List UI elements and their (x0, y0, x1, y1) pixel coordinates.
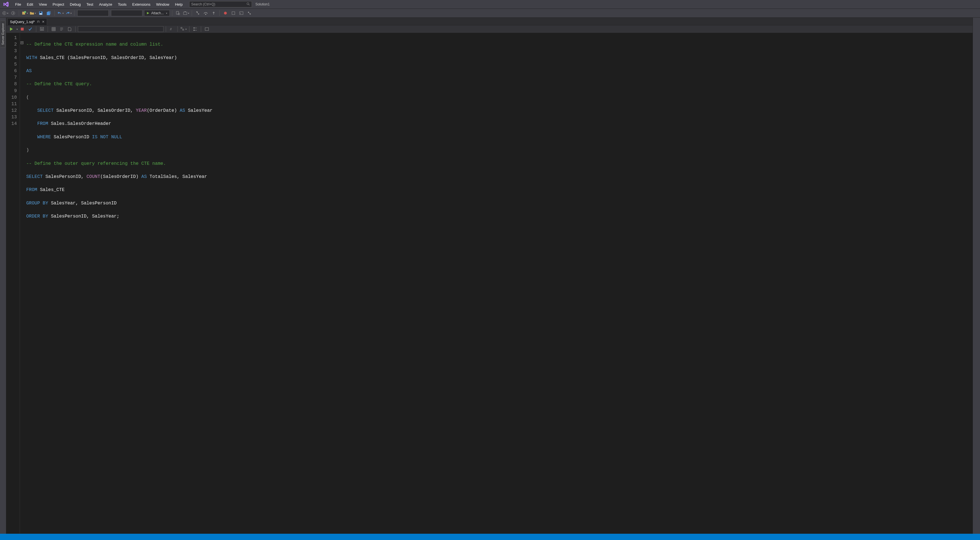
line-number: 1 (6, 35, 17, 41)
svg-rect-8 (176, 11, 178, 14)
results-grid-button[interactable] (50, 25, 57, 32)
database-dropdown[interactable] (78, 26, 164, 32)
svg-rect-20 (21, 28, 24, 30)
document-tab[interactable]: SqlQuery_1.sql* ⊓ ✕ (7, 18, 47, 25)
line-number: 11 (6, 101, 17, 108)
svg-rect-24 (52, 27, 55, 31)
include-plan-button[interactable] (38, 25, 45, 32)
toolbar-separator (192, 10, 192, 16)
execute-dropdown-icon[interactable]: ▾ (16, 28, 18, 30)
svg-point-3 (11, 11, 15, 15)
step-out-button[interactable] (210, 10, 217, 16)
menu-test[interactable]: Test (84, 1, 96, 8)
parse-button[interactable] (27, 25, 33, 32)
menu-help[interactable]: Help (172, 1, 185, 8)
indent-button[interactable]: ▾ (180, 25, 187, 32)
menu-debug[interactable]: Debug (67, 1, 83, 8)
svg-point-0 (247, 3, 249, 5)
code-token: YEAR (136, 108, 146, 113)
sqlcmd-button[interactable] (204, 25, 210, 32)
new-project-button[interactable]: ▾ (21, 10, 28, 16)
results-text-button[interactable] (58, 25, 65, 32)
quick-launch-search[interactable]: Search (Ctrl+Q) (189, 1, 252, 7)
svg-rect-5 (24, 11, 26, 13)
code-token: -- Define the outer query referencing th… (26, 161, 166, 166)
undo-button[interactable]: ▾ (57, 10, 64, 16)
code-token: (SalesPersonID, SalesOrderID, SalesYear) (67, 55, 177, 60)
code-editor[interactable]: 1 2 3 4 5 6 7 8 9 10 11 12 13 14 (6, 33, 973, 534)
svg-rect-33 (181, 27, 182, 29)
code-token: ( (26, 95, 29, 100)
menu-file[interactable]: File (13, 1, 24, 8)
results-file-button[interactable] (66, 25, 73, 32)
menu-edit[interactable]: Edit (24, 1, 36, 8)
toolbar-separator (201, 26, 201, 32)
toolbar-separator (189, 26, 189, 32)
save-all-button[interactable] (45, 10, 52, 16)
comment-button[interactable]: // (168, 25, 175, 32)
toolbox-button[interactable]: ▾ (183, 10, 189, 16)
outline-button[interactable] (192, 25, 199, 32)
toolbar-separator (74, 10, 75, 16)
code-token: IS NOT NULL (92, 135, 122, 140)
code-token: AS (177, 108, 188, 113)
find-in-files-button[interactable] (175, 10, 181, 16)
save-button[interactable] (37, 10, 44, 16)
code-token: Sales.SalesOrderHeader (48, 121, 111, 126)
line-number: 7 (6, 75, 17, 81)
fold-toggle-icon[interactable]: − (21, 41, 23, 44)
search-placeholder: Search (Ctrl+Q) (191, 2, 215, 6)
redo-button[interactable]: ▾ (65, 10, 72, 16)
solution-platform-dropdown[interactable] (111, 10, 142, 16)
menu-project[interactable]: Project (50, 1, 67, 8)
vs-logo-icon (3, 1, 9, 7)
open-file-button[interactable]: ▾ (29, 10, 36, 16)
line-number: 6 (6, 68, 17, 75)
step-into-button[interactable] (194, 10, 201, 16)
right-dock (973, 17, 980, 534)
toolbar-separator (48, 26, 48, 32)
code-folding-margin: − (20, 33, 24, 534)
menu-analyze[interactable]: Analyze (96, 1, 115, 8)
toolbar-separator (36, 26, 36, 32)
nav-forward-button[interactable] (10, 10, 16, 16)
code-token: WITH (26, 55, 37, 60)
code-token: WHERE (37, 135, 51, 140)
menu-view[interactable]: View (36, 1, 49, 8)
solution-config-dropdown[interactable] (77, 10, 109, 16)
menu-window[interactable]: Window (153, 1, 172, 8)
attach-debugger-button[interactable]: Attach... ▾ (144, 10, 170, 16)
search-icon (247, 2, 250, 6)
code-token: FROM (37, 121, 48, 126)
stop-button[interactable] (19, 25, 25, 32)
immediate-window-button[interactable] (238, 10, 245, 16)
close-tab-icon[interactable]: ✕ (42, 20, 45, 24)
menu-extensions[interactable]: Extensions (130, 1, 153, 8)
svg-rect-34 (183, 29, 184, 30)
code-token: SalesYear (188, 108, 213, 113)
code-token: SalesPersonID, SalesYear; (48, 214, 119, 219)
line-number-gutter: 1 2 3 4 5 6 7 8 9 10 11 12 13 14 (6, 33, 20, 534)
sql-editor-toolbar: ▾ // ▾ (6, 25, 973, 33)
code-token: SELECT (37, 108, 54, 113)
code-token: SalesPersonID, (43, 174, 87, 179)
step-over-button[interactable] (202, 10, 209, 16)
svg-rect-10 (183, 12, 187, 14)
live-share-button[interactable] (246, 10, 253, 16)
code-token: AS (26, 68, 32, 73)
execute-button[interactable] (8, 25, 15, 32)
line-number: 4 (6, 55, 17, 61)
nav-back-button[interactable]: ▾ (2, 10, 8, 16)
code-token: SalesYear, SalesPersonID (48, 201, 117, 206)
exception-settings-button[interactable] (230, 10, 237, 16)
toolbar-separator (172, 10, 172, 16)
pin-tab-icon[interactable]: ⊓ (37, 20, 40, 24)
breakpoints-button[interactable] (222, 10, 229, 16)
line-number: 2 (6, 41, 17, 48)
svg-point-13 (205, 14, 206, 15)
server-explorer-tab[interactable]: Server Explorer (0, 21, 5, 47)
code-token: AS (138, 174, 150, 179)
code-token: SalesPersonID (51, 135, 92, 140)
code-content[interactable]: -- Define the CTE expression name and co… (21, 35, 973, 233)
menu-tools[interactable]: Tools (115, 1, 129, 8)
